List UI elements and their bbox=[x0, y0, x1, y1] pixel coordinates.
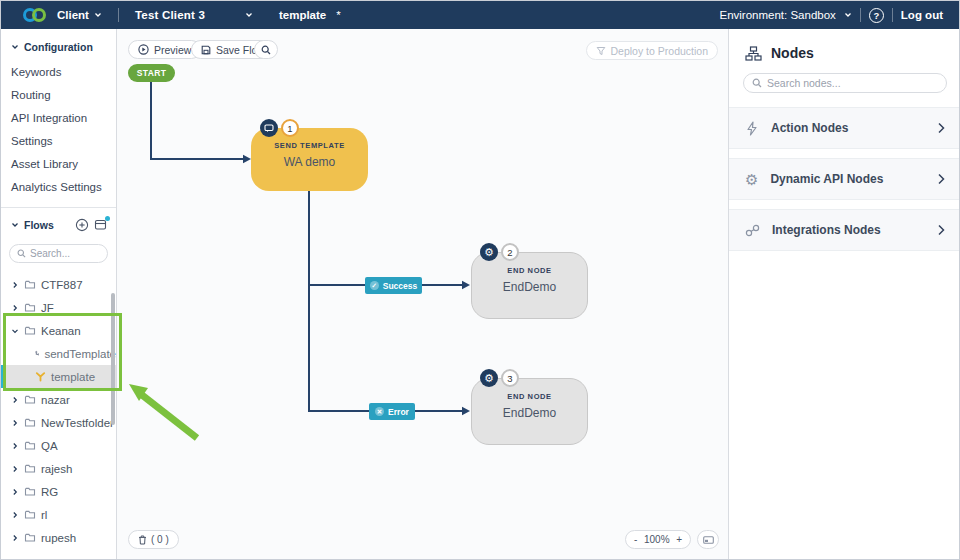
tree-folder-jf[interactable]: JF bbox=[1, 296, 116, 319]
deploy-to-production-button[interactable]: Deploy to Production bbox=[586, 41, 718, 60]
nodes-search-input[interactable] bbox=[767, 77, 938, 89]
chevron-down-icon bbox=[844, 11, 852, 19]
node-settings-badge[interactable]: ⚙ bbox=[480, 243, 498, 261]
flow-layout-button[interactable] bbox=[94, 218, 108, 232]
node-type-label: END NODE bbox=[472, 266, 587, 275]
section-dynamic-api-nodes[interactable]: ⚙ Dynamic API Nodes bbox=[729, 158, 960, 200]
minimap-button[interactable] bbox=[697, 530, 719, 549]
flows-search-input[interactable] bbox=[30, 248, 100, 259]
flows-search[interactable] bbox=[9, 244, 108, 263]
node-number: 3 bbox=[507, 373, 512, 384]
sidebar-item-keywords[interactable]: Keywords bbox=[1, 61, 116, 84]
folder-icon bbox=[24, 463, 36, 474]
zoom-level: 100% bbox=[644, 534, 670, 545]
tree-flow-sendtemplate[interactable]: sendTemplate bbox=[1, 342, 116, 365]
preview-label: Preview bbox=[154, 44, 191, 56]
folder-icon bbox=[24, 279, 36, 290]
tree-folder-newtestfolder[interactable]: NewTestfolder bbox=[1, 411, 116, 434]
trash-button[interactable]: ( 0 ) bbox=[128, 530, 179, 549]
flows-section-header[interactable]: Flows bbox=[11, 219, 75, 231]
node-type-label: END NODE bbox=[472, 392, 587, 401]
node-name: EndDemo bbox=[472, 406, 587, 420]
tree-folder-qa[interactable]: QA bbox=[1, 434, 116, 457]
chevron-right-icon bbox=[937, 173, 945, 185]
zoom-out-button[interactable]: - bbox=[634, 534, 637, 545]
node-name: WA demo bbox=[251, 155, 368, 169]
app-window: Client Test Client 3 template * Environm… bbox=[0, 0, 960, 560]
chevron-right-icon bbox=[937, 122, 945, 134]
chevron-right-icon bbox=[11, 465, 19, 473]
sidebar-scrollbar[interactable] bbox=[111, 293, 115, 425]
environment-selector[interactable]: Environment: Sandbox bbox=[719, 9, 851, 21]
divider bbox=[860, 8, 861, 22]
section-label: Integrations Nodes bbox=[772, 223, 925, 237]
zoom-control: - 100% + bbox=[625, 530, 691, 549]
tree-folder-rl[interactable]: rl bbox=[1, 503, 116, 526]
logout-button[interactable]: Log out bbox=[901, 9, 943, 21]
tree-folder-rupesh[interactable]: rupesh bbox=[1, 526, 116, 549]
edge-label-error[interactable]: ✕ Error bbox=[369, 403, 415, 420]
edge-label-success[interactable]: ✓ Success bbox=[365, 277, 422, 294]
client-menu-label: Client bbox=[57, 9, 89, 21]
start-node[interactable]: START bbox=[128, 64, 175, 82]
section-integrations-nodes[interactable]: Integrations Nodes bbox=[729, 209, 960, 251]
tree-folder-nazar[interactable]: nazar bbox=[1, 388, 116, 411]
environment-label: Environment: Sandbox bbox=[719, 9, 835, 21]
tree-item-label: rajesh bbox=[41, 463, 72, 475]
tree-item-label: QA bbox=[41, 440, 58, 452]
tree-folder-keanan[interactable]: Keanan bbox=[1, 319, 116, 342]
success-check-icon: ✓ bbox=[370, 281, 379, 290]
deploy-label: Deploy to Production bbox=[611, 45, 708, 57]
chevron-down-icon bbox=[94, 11, 102, 19]
chevron-right-icon bbox=[11, 304, 19, 312]
client-menu[interactable]: Client bbox=[57, 9, 102, 21]
chevron-down-icon bbox=[11, 327, 19, 335]
client-selector[interactable]: Test Client 3 bbox=[135, 9, 253, 21]
folder-icon bbox=[24, 417, 36, 428]
tab-flow-template[interactable]: template * bbox=[279, 9, 341, 21]
sidebar-item-asset-library[interactable]: Asset Library bbox=[1, 153, 116, 176]
tree-folder-rg[interactable]: RG bbox=[1, 480, 116, 503]
send-template-node[interactable]: SEND TEMPLATE WA demo bbox=[251, 128, 368, 191]
selection-bar bbox=[1, 365, 5, 388]
lightning-icon bbox=[745, 121, 759, 136]
tree-item-label: nazar bbox=[41, 394, 70, 406]
search-icon bbox=[17, 249, 26, 258]
gear-icon: ⚙ bbox=[484, 373, 494, 384]
sidebar-item-api-integration[interactable]: API Integration bbox=[1, 107, 116, 130]
nodes-search[interactable] bbox=[743, 73, 947, 93]
section-action-nodes[interactable]: Action Nodes bbox=[729, 107, 960, 149]
minimap-icon bbox=[703, 536, 714, 544]
node-settings-badge[interactable]: ⚙ bbox=[480, 369, 498, 387]
sidebar-item-routing[interactable]: Routing bbox=[1, 84, 116, 107]
folder-icon bbox=[24, 509, 36, 520]
configuration-section-header[interactable]: Configuration bbox=[1, 29, 116, 61]
folder-icon bbox=[24, 325, 36, 336]
sidebar-item-settings[interactable]: Settings bbox=[1, 130, 116, 153]
chevron-right-icon bbox=[11, 396, 19, 404]
note-badge[interactable] bbox=[260, 119, 278, 137]
tree-flow-template-selected[interactable]: template bbox=[1, 365, 116, 388]
trash-icon bbox=[138, 535, 147, 545]
tree-item-label: sendTemplate bbox=[44, 348, 116, 360]
flow-canvas[interactable]: Preview Save Flow Deploy to Production S… bbox=[117, 29, 728, 560]
sidebar-item-analytics-settings[interactable]: Analytics Settings bbox=[1, 176, 116, 199]
section-label: Action Nodes bbox=[771, 121, 925, 135]
chevron-right-icon bbox=[11, 488, 19, 496]
client-selector-value: Test Client 3 bbox=[135, 9, 205, 21]
start-node-label: START bbox=[137, 68, 167, 78]
help-icon[interactable]: ? bbox=[869, 8, 884, 23]
end-node-error[interactable]: END NODE EndDemo bbox=[471, 378, 588, 445]
tree-folder-ctf887[interactable]: CTF887 bbox=[1, 273, 116, 296]
tree-item-label: rupesh bbox=[41, 532, 76, 544]
end-node-success[interactable]: END NODE EndDemo bbox=[471, 252, 588, 319]
top-navbar: Client Test Client 3 template * Environm… bbox=[1, 1, 959, 29]
canvas-search-button[interactable] bbox=[254, 40, 278, 59]
divider bbox=[118, 8, 119, 22]
node-number: 2 bbox=[507, 247, 512, 258]
node-name: EndDemo bbox=[472, 280, 587, 294]
unsaved-indicator: * bbox=[336, 9, 340, 21]
tree-folder-rajesh[interactable]: rajesh bbox=[1, 457, 116, 480]
add-flow-button[interactable] bbox=[75, 218, 89, 232]
zoom-in-button[interactable]: + bbox=[676, 534, 682, 545]
